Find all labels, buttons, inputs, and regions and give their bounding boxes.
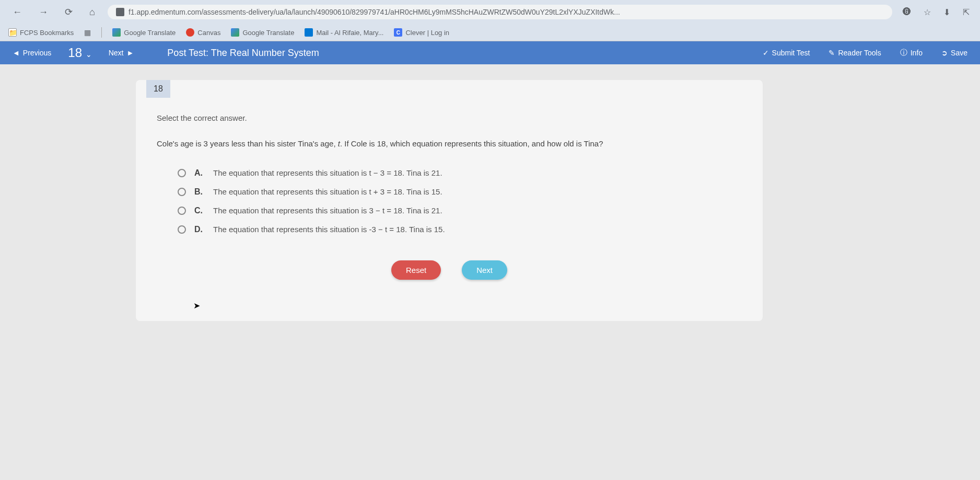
browser-toolbar: ← → ⟳ ⌂ f1.app.edmentum.com/assessments-… — [0, 0, 980, 24]
app-header: ◄ Previous 18 ⌄ Next ► Post Test: The Re… — [0, 41, 980, 64]
info-button[interactable]: ⓘ Info — [896, 46, 927, 60]
apps-grid-icon[interactable]: ▦ — [84, 28, 91, 37]
save-icon: ➲ — [941, 49, 948, 57]
google-translate-icon — [112, 28, 121, 37]
bookmark-label: Clever | Log in — [405, 29, 449, 37]
check-icon: ✓ — [763, 49, 769, 57]
bookmark-canvas[interactable]: Canvas — [186, 28, 220, 37]
bookmark-fcps[interactable]: 📁 FCPS Bookmarks — [8, 28, 74, 37]
bookmark-label: FCPS Bookmarks — [20, 29, 74, 37]
answer-letter: D. — [194, 225, 205, 234]
radio-icon — [178, 207, 186, 215]
bookmark-label: Google Translate — [124, 29, 176, 37]
bookmarks-bar: 📁 FCPS Bookmarks ▦ Google Translate Canv… — [0, 24, 980, 41]
radio-icon — [178, 225, 186, 234]
previous-label: Previous — [23, 49, 51, 57]
radio-icon — [178, 188, 186, 196]
answer-letter: C. — [194, 206, 205, 215]
bookmark-google-translate-2[interactable]: Google Translate — [231, 28, 294, 37]
outlook-icon — [305, 28, 313, 37]
divider — [101, 27, 102, 38]
question-tag: 18 — [146, 80, 170, 98]
google-translate-icon — [231, 28, 239, 37]
button-row: Reset Next — [157, 260, 742, 295]
save-button[interactable]: ➲ Save — [937, 47, 972, 59]
question-card: 18 Select the correct answer. Cole's age… — [136, 80, 763, 321]
answer-option-c[interactable]: C. The equation that represents this sit… — [178, 206, 742, 215]
reset-button[interactable]: Reset — [391, 260, 441, 280]
answer-option-a[interactable]: A. The equation that represents this sit… — [178, 168, 742, 178]
canvas-icon — [186, 28, 194, 37]
url-text: f1.app.edmentum.com/assessments-delivery… — [129, 8, 620, 16]
submit-test-button[interactable]: ✓ Submit Test — [759, 47, 814, 59]
bookmark-label: Google Translate — [242, 29, 294, 37]
header-right: ✓ Submit Test ✎ Reader Tools ⓘ Info ➲ Sa… — [759, 46, 972, 60]
answer-letter: B. — [194, 187, 205, 197]
answer-text: The equation that represents this situat… — [213, 187, 442, 196]
question-body: Select the correct answer. Cole's age is… — [136, 98, 763, 321]
back-button[interactable]: ← — [8, 5, 26, 20]
instruction-text: Select the correct answer. — [157, 113, 742, 122]
forward-button[interactable]: → — [34, 5, 52, 20]
reader-tools-button[interactable]: ✎ Reader Tools — [824, 47, 885, 59]
previous-button[interactable]: ◄ Previous — [8, 47, 55, 59]
question-text: Cole's age is 3 years less than his sist… — [157, 138, 742, 150]
bookmark-google-translate-1[interactable]: Google Translate — [112, 28, 176, 37]
answer-text: The equation that represents this situat… — [213, 225, 445, 234]
answer-text: The equation that represents this situat… — [213, 206, 442, 215]
home-button[interactable]: ⌂ — [85, 5, 99, 20]
radio-icon — [178, 169, 186, 177]
site-icon — [116, 8, 124, 16]
next-button[interactable]: Next ► — [104, 47, 138, 59]
clever-icon: C — [394, 28, 402, 37]
answers-list: A. The equation that represents this sit… — [157, 168, 742, 234]
bookmark-label: Mail - Al Rifaie, Mary... — [316, 29, 383, 37]
bookmark-clever[interactable]: C Clever | Log in — [394, 28, 449, 37]
arrow-left-icon: ◄ — [13, 49, 20, 57]
bookmark-star-icon[interactable]: ☆ — [921, 5, 933, 19]
wand-icon: ✎ — [829, 49, 835, 57]
puzzle-icon[interactable]: ⇱ — [961, 5, 972, 19]
test-title: Post Test: The Real Number System — [167, 48, 750, 59]
folder-icon: 📁 — [8, 28, 17, 37]
answer-letter: A. — [194, 168, 205, 178]
translate-icon[interactable]: 🅖 — [901, 5, 913, 19]
answer-option-b[interactable]: B. The equation that represents this sit… — [178, 187, 742, 197]
chevron-down-icon: ⌄ — [86, 50, 92, 59]
bookmark-label: Canvas — [197, 29, 220, 37]
info-icon: ⓘ — [900, 48, 907, 58]
question-number-dropdown[interactable]: 18 ⌄ — [64, 45, 96, 60]
answer-option-d[interactable]: D. The equation that represents this sit… — [178, 225, 742, 234]
extension-icon[interactable]: ⬇ — [941, 5, 952, 19]
next-label: Next — [109, 49, 124, 57]
arrow-right-icon: ► — [127, 49, 134, 57]
content-area: 18 Select the correct answer. Cole's age… — [0, 64, 980, 430]
url-bar[interactable]: f1.app.edmentum.com/assessments-delivery… — [108, 5, 892, 19]
bookmark-mail[interactable]: Mail - Al Rifaie, Mary... — [305, 28, 383, 37]
cursor-icon: ➤ — [193, 301, 778, 311]
reload-button[interactable]: ⟳ — [61, 4, 77, 20]
answer-text: The equation that represents this situat… — [213, 168, 442, 177]
next-question-button[interactable]: Next — [462, 260, 507, 280]
